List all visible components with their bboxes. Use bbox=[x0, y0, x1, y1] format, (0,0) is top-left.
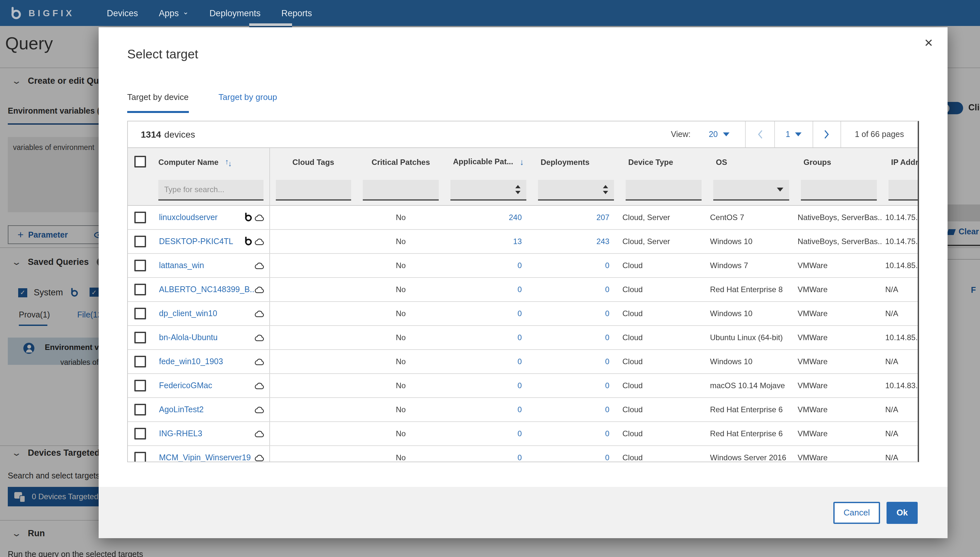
row-checkbox[interactable] bbox=[134, 404, 146, 415]
row-checkbox[interactable] bbox=[134, 451, 146, 462]
applicable-link[interactable]: 0 bbox=[518, 381, 522, 390]
cell-value: Windows 10 bbox=[710, 309, 752, 318]
applicable-link[interactable]: 0 bbox=[518, 285, 522, 294]
device-name-link[interactable]: AgoLinTest2 bbox=[159, 405, 204, 414]
device-name-link[interactable]: linuxcloudserver bbox=[159, 213, 218, 222]
filter-input-applicable[interactable] bbox=[450, 180, 527, 200]
cell-critical: No bbox=[357, 205, 445, 229]
filter-input-critical[interactable] bbox=[363, 180, 439, 200]
deployments-link[interactable]: 0 bbox=[605, 333, 609, 342]
device-name-link[interactable]: MCM_Vipin_Winserver19 bbox=[159, 453, 251, 462]
device-name-link[interactable]: lattanas_win bbox=[159, 261, 204, 270]
nav-item-devices[interactable]: Devices bbox=[96, 0, 148, 26]
cell-applicable: 0 bbox=[445, 325, 532, 349]
nav-item-deployments[interactable]: Deployments bbox=[199, 0, 271, 26]
row-checkbox[interactable] bbox=[134, 355, 146, 367]
applicable-link[interactable]: 0 bbox=[518, 261, 522, 270]
deployments-link[interactable]: 0 bbox=[605, 357, 609, 366]
filter-input-device_type[interactable] bbox=[626, 180, 702, 200]
col-header-applicable[interactable]: Applicable Pat...↓ bbox=[445, 148, 532, 175]
deployments-link[interactable]: 243 bbox=[596, 237, 609, 246]
row-checkbox[interactable] bbox=[134, 331, 146, 343]
tab-target-by-group[interactable]: Target by group bbox=[218, 92, 277, 113]
device-name-link[interactable]: ING-RHEL3 bbox=[159, 429, 202, 438]
filter-input-deployments[interactable] bbox=[538, 180, 614, 200]
row-select-cell bbox=[128, 229, 153, 253]
filter-input-groups[interactable] bbox=[801, 180, 877, 200]
col-header-name[interactable]: Computer Name↑↓ bbox=[153, 148, 269, 175]
deployments-link[interactable]: 0 bbox=[605, 261, 609, 270]
row-checkbox[interactable] bbox=[134, 427, 146, 439]
sort-down-icon[interactable]: ↓ bbox=[520, 157, 524, 166]
close-icon[interactable]: ✕ bbox=[924, 37, 934, 49]
applicable-link[interactable]: 0 bbox=[518, 405, 522, 414]
cell-deployments: 243 bbox=[532, 229, 620, 253]
filter-input-ip[interactable] bbox=[889, 180, 919, 200]
row-checkbox[interactable] bbox=[134, 235, 146, 247]
tab-target-by-device[interactable]: Target by device bbox=[127, 92, 189, 113]
col-header-critical: Critical Patches bbox=[357, 148, 445, 175]
bigfix-logo[interactable]: BIGFIX bbox=[9, 6, 74, 20]
prev-page-button[interactable] bbox=[745, 121, 774, 147]
nav-item-reports[interactable]: Reports bbox=[271, 0, 323, 26]
deployments-link[interactable]: 0 bbox=[605, 381, 609, 390]
page-size-select[interactable]: 20 bbox=[709, 130, 730, 139]
deployments-link[interactable]: 207 bbox=[596, 213, 609, 222]
deployments-link[interactable]: 0 bbox=[605, 405, 609, 414]
applicable-link[interactable]: 240 bbox=[509, 213, 522, 222]
cell-applicable: 240 bbox=[445, 205, 532, 229]
filter-input-cloud_tags[interactable] bbox=[276, 180, 351, 200]
page-number-select[interactable]: 1 bbox=[774, 121, 813, 147]
select-all-checkbox[interactable] bbox=[134, 156, 146, 168]
device-name-link[interactable]: FedericoGMac bbox=[159, 381, 212, 390]
filter-input-name[interactable]: Type for search... bbox=[158, 180, 263, 200]
ok-button[interactable]: Ok bbox=[887, 502, 918, 524]
row-checkbox[interactable] bbox=[134, 283, 146, 295]
deployments-link[interactable]: 0 bbox=[605, 285, 609, 294]
deployments-link[interactable]: 0 bbox=[605, 309, 609, 318]
col-label-critical: Critical Patches bbox=[372, 158, 430, 166]
stepper-up-icon[interactable] bbox=[515, 185, 520, 188]
cell-cloud_tags bbox=[269, 445, 357, 462]
device-name-link[interactable]: fede_win10_1903 bbox=[159, 357, 223, 366]
cell-critical: No bbox=[357, 301, 445, 325]
applicable-link[interactable]: 0 bbox=[518, 453, 522, 462]
device-name-link[interactable]: dp_client_win10 bbox=[159, 309, 217, 318]
number-stepper[interactable] bbox=[603, 185, 608, 194]
row-checkbox[interactable] bbox=[134, 308, 146, 319]
table-row: lattanas_winNo00CloudWindows 7VMWare10.1… bbox=[128, 253, 919, 277]
row-select-cell bbox=[128, 445, 153, 462]
row-checkbox[interactable] bbox=[134, 259, 146, 271]
filter-cell-ip bbox=[882, 175, 919, 205]
row-select-cell bbox=[128, 277, 153, 301]
device-name-link[interactable]: bn-Alola-Ubuntu bbox=[159, 333, 218, 342]
applicable-link[interactable]: 0 bbox=[518, 357, 522, 366]
filter-cell-name: Type for search... bbox=[153, 175, 269, 205]
cell-value: Windows Server 2016 bbox=[710, 453, 786, 462]
stepper-up-icon[interactable] bbox=[603, 185, 608, 188]
table-toolbar: 1314 devices View: 20 bbox=[128, 121, 918, 148]
stepper-down-icon[interactable] bbox=[515, 191, 520, 194]
device-name-link[interactable]: DESKTOP-PKIC4TL bbox=[159, 237, 233, 246]
nav-item-apps[interactable]: Apps⌄ bbox=[148, 0, 199, 26]
deployments-link[interactable]: 0 bbox=[605, 453, 609, 462]
stepper-down-icon[interactable] bbox=[603, 191, 608, 194]
cell-value: Red Hat Enterprise 6 bbox=[710, 405, 783, 414]
applicable-link[interactable]: 0 bbox=[518, 429, 522, 438]
number-stepper[interactable] bbox=[515, 185, 520, 194]
applicable-link[interactable]: 13 bbox=[513, 237, 522, 246]
device-name-link[interactable]: ALBERTO_NC148399_B... bbox=[159, 285, 254, 294]
cell-value: 10.14.85.4 bbox=[885, 261, 919, 270]
cell-critical: No bbox=[357, 277, 445, 301]
sort-updown-icon[interactable]: ↑↓ bbox=[225, 158, 232, 166]
filter-input-os[interactable] bbox=[713, 180, 789, 200]
cancel-button[interactable]: Cancel bbox=[833, 502, 880, 524]
applicable-link[interactable]: 0 bbox=[518, 309, 522, 318]
deployments-link[interactable]: 0 bbox=[605, 429, 609, 438]
cell-name: linuxcloudserver bbox=[153, 205, 269, 229]
next-page-button[interactable] bbox=[813, 121, 840, 147]
applicable-link[interactable]: 0 bbox=[518, 333, 522, 342]
dropdown-caret-icon[interactable] bbox=[777, 187, 783, 192]
row-checkbox[interactable] bbox=[134, 379, 146, 391]
row-checkbox[interactable] bbox=[134, 211, 146, 223]
